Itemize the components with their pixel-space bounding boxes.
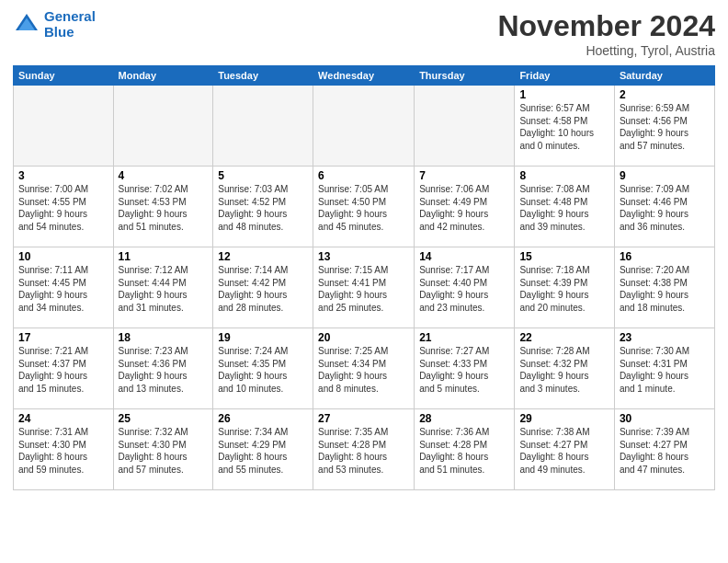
title-block: November 2024 Hoetting, Tyrol, Austria bbox=[497, 9, 715, 58]
calendar-cell: 2Sunrise: 6:59 AM Sunset: 4:56 PM Daylig… bbox=[614, 86, 714, 167]
calendar-cell: 19Sunrise: 7:24 AM Sunset: 4:35 PM Dayli… bbox=[213, 328, 313, 409]
header: General Blue November 2024 Hoetting, Tyr… bbox=[13, 9, 715, 58]
day-number: 28 bbox=[419, 412, 509, 425]
calendar: SundayMondayTuesdayWednesdayThursdayFrid… bbox=[13, 65, 715, 490]
day-info: Sunrise: 7:39 AM Sunset: 4:27 PM Dayligh… bbox=[620, 426, 710, 476]
calendar-cell: 26Sunrise: 7:34 AM Sunset: 4:29 PM Dayli… bbox=[213, 409, 313, 490]
day-of-week-header: Friday bbox=[515, 66, 614, 86]
calendar-cell: 10Sunrise: 7:11 AM Sunset: 4:45 PM Dayli… bbox=[14, 247, 114, 328]
day-info: Sunrise: 7:11 AM Sunset: 4:45 PM Dayligh… bbox=[18, 264, 108, 314]
calendar-cell: 13Sunrise: 7:15 AM Sunset: 4:41 PM Dayli… bbox=[313, 247, 415, 328]
day-of-week-header: Saturday bbox=[614, 66, 714, 86]
day-number: 5 bbox=[218, 169, 308, 182]
day-number: 24 bbox=[18, 412, 108, 425]
day-number: 30 bbox=[620, 412, 710, 425]
logo-icon bbox=[13, 11, 40, 39]
day-of-week-header: Wednesday bbox=[313, 66, 415, 86]
day-info: Sunrise: 7:17 AM Sunset: 4:40 PM Dayligh… bbox=[419, 264, 509, 314]
day-number: 12 bbox=[218, 250, 308, 263]
calendar-cell: 5Sunrise: 7:03 AM Sunset: 4:52 PM Daylig… bbox=[213, 167, 313, 247]
day-number: 23 bbox=[620, 331, 710, 344]
day-number: 1 bbox=[519, 88, 609, 101]
page: General Blue November 2024 Hoetting, Tyr… bbox=[0, 0, 728, 563]
calendar-cell: 27Sunrise: 7:35 AM Sunset: 4:28 PM Dayli… bbox=[313, 409, 415, 490]
day-info: Sunrise: 7:00 AM Sunset: 4:55 PM Dayligh… bbox=[18, 183, 108, 233]
week-row: 10Sunrise: 7:11 AM Sunset: 4:45 PM Dayli… bbox=[14, 247, 715, 328]
day-number: 10 bbox=[18, 250, 108, 263]
location: Hoetting, Tyrol, Austria bbox=[497, 43, 715, 58]
day-number: 2 bbox=[620, 88, 710, 101]
day-info: Sunrise: 7:20 AM Sunset: 4:38 PM Dayligh… bbox=[620, 264, 710, 314]
week-row: 17Sunrise: 7:21 AM Sunset: 4:37 PM Dayli… bbox=[14, 328, 715, 409]
calendar-cell: 29Sunrise: 7:38 AM Sunset: 4:27 PM Dayli… bbox=[515, 409, 614, 490]
day-number: 18 bbox=[119, 331, 209, 344]
day-info: Sunrise: 7:02 AM Sunset: 4:53 PM Dayligh… bbox=[119, 183, 209, 233]
day-number: 27 bbox=[318, 412, 409, 425]
day-of-week-header: Thursday bbox=[415, 66, 515, 86]
calendar-cell: 12Sunrise: 7:14 AM Sunset: 4:42 PM Dayli… bbox=[213, 247, 313, 328]
day-number: 25 bbox=[119, 412, 209, 425]
day-info: Sunrise: 6:59 AM Sunset: 4:56 PM Dayligh… bbox=[620, 102, 710, 152]
day-number: 11 bbox=[119, 250, 209, 263]
day-info: Sunrise: 7:21 AM Sunset: 4:37 PM Dayligh… bbox=[18, 345, 108, 395]
day-info: Sunrise: 7:06 AM Sunset: 4:49 PM Dayligh… bbox=[419, 183, 509, 233]
day-info: Sunrise: 7:36 AM Sunset: 4:28 PM Dayligh… bbox=[419, 426, 509, 476]
calendar-cell: 3Sunrise: 7:00 AM Sunset: 4:55 PM Daylig… bbox=[14, 167, 114, 247]
day-info: Sunrise: 7:25 AM Sunset: 4:34 PM Dayligh… bbox=[318, 345, 409, 395]
day-info: Sunrise: 6:57 AM Sunset: 4:58 PM Dayligh… bbox=[519, 102, 609, 152]
day-number: 21 bbox=[419, 331, 509, 344]
day-number: 20 bbox=[318, 331, 409, 344]
day-info: Sunrise: 7:18 AM Sunset: 4:39 PM Dayligh… bbox=[519, 264, 609, 314]
calendar-cell: 16Sunrise: 7:20 AM Sunset: 4:38 PM Dayli… bbox=[614, 247, 714, 328]
calendar-cell bbox=[113, 86, 213, 167]
day-number: 6 bbox=[318, 169, 409, 182]
day-info: Sunrise: 7:35 AM Sunset: 4:28 PM Dayligh… bbox=[318, 426, 409, 476]
month-title: November 2024 bbox=[497, 9, 715, 43]
day-info: Sunrise: 7:08 AM Sunset: 4:48 PM Dayligh… bbox=[519, 183, 609, 233]
calendar-cell: 28Sunrise: 7:36 AM Sunset: 4:28 PM Dayli… bbox=[415, 409, 515, 490]
logo: General Blue bbox=[13, 9, 96, 40]
calendar-cell: 6Sunrise: 7:05 AM Sunset: 4:50 PM Daylig… bbox=[313, 167, 415, 247]
logo-line2: Blue bbox=[44, 24, 74, 40]
day-of-week-header: Monday bbox=[113, 66, 213, 86]
header-row: SundayMondayTuesdayWednesdayThursdayFrid… bbox=[14, 66, 715, 86]
day-info: Sunrise: 7:27 AM Sunset: 4:33 PM Dayligh… bbox=[419, 345, 509, 395]
day-info: Sunrise: 7:30 AM Sunset: 4:31 PM Dayligh… bbox=[620, 345, 710, 395]
day-number: 19 bbox=[218, 331, 308, 344]
day-info: Sunrise: 7:38 AM Sunset: 4:27 PM Dayligh… bbox=[519, 426, 609, 476]
week-row: 24Sunrise: 7:31 AM Sunset: 4:30 PM Dayli… bbox=[14, 409, 715, 490]
calendar-cell: 25Sunrise: 7:32 AM Sunset: 4:30 PM Dayli… bbox=[113, 409, 213, 490]
day-number: 14 bbox=[419, 250, 509, 263]
calendar-cell: 11Sunrise: 7:12 AM Sunset: 4:44 PM Dayli… bbox=[113, 247, 213, 328]
calendar-cell bbox=[415, 86, 515, 167]
calendar-cell: 15Sunrise: 7:18 AM Sunset: 4:39 PM Dayli… bbox=[515, 247, 614, 328]
day-number: 13 bbox=[318, 250, 409, 263]
calendar-cell: 20Sunrise: 7:25 AM Sunset: 4:34 PM Dayli… bbox=[313, 328, 415, 409]
day-number: 8 bbox=[519, 169, 609, 182]
calendar-cell: 22Sunrise: 7:28 AM Sunset: 4:32 PM Dayli… bbox=[515, 328, 614, 409]
calendar-cell bbox=[213, 86, 313, 167]
day-info: Sunrise: 7:15 AM Sunset: 4:41 PM Dayligh… bbox=[318, 264, 409, 314]
day-number: 7 bbox=[419, 169, 509, 182]
calendar-cell bbox=[14, 86, 114, 167]
day-number: 17 bbox=[18, 331, 108, 344]
day-info: Sunrise: 7:31 AM Sunset: 4:30 PM Dayligh… bbox=[18, 426, 108, 476]
calendar-cell: 18Sunrise: 7:23 AM Sunset: 4:36 PM Dayli… bbox=[113, 328, 213, 409]
logo-line1: General bbox=[44, 8, 96, 24]
calendar-cell: 1Sunrise: 6:57 AM Sunset: 4:58 PM Daylig… bbox=[515, 86, 614, 167]
day-number: 9 bbox=[620, 169, 710, 182]
day-of-week-header: Tuesday bbox=[213, 66, 313, 86]
logo-text: General Blue bbox=[44, 9, 96, 40]
day-number: 29 bbox=[519, 412, 609, 425]
day-info: Sunrise: 7:03 AM Sunset: 4:52 PM Dayligh… bbox=[218, 183, 308, 233]
calendar-cell bbox=[313, 86, 415, 167]
day-number: 16 bbox=[620, 250, 710, 263]
day-number: 3 bbox=[18, 169, 108, 182]
calendar-cell: 4Sunrise: 7:02 AM Sunset: 4:53 PM Daylig… bbox=[113, 167, 213, 247]
day-info: Sunrise: 7:32 AM Sunset: 4:30 PM Dayligh… bbox=[119, 426, 209, 476]
calendar-cell: 8Sunrise: 7:08 AM Sunset: 4:48 PM Daylig… bbox=[515, 167, 614, 247]
day-number: 26 bbox=[218, 412, 308, 425]
calendar-cell: 7Sunrise: 7:06 AM Sunset: 4:49 PM Daylig… bbox=[415, 167, 515, 247]
day-info: Sunrise: 7:28 AM Sunset: 4:32 PM Dayligh… bbox=[519, 345, 609, 395]
calendar-cell: 24Sunrise: 7:31 AM Sunset: 4:30 PM Dayli… bbox=[14, 409, 114, 490]
